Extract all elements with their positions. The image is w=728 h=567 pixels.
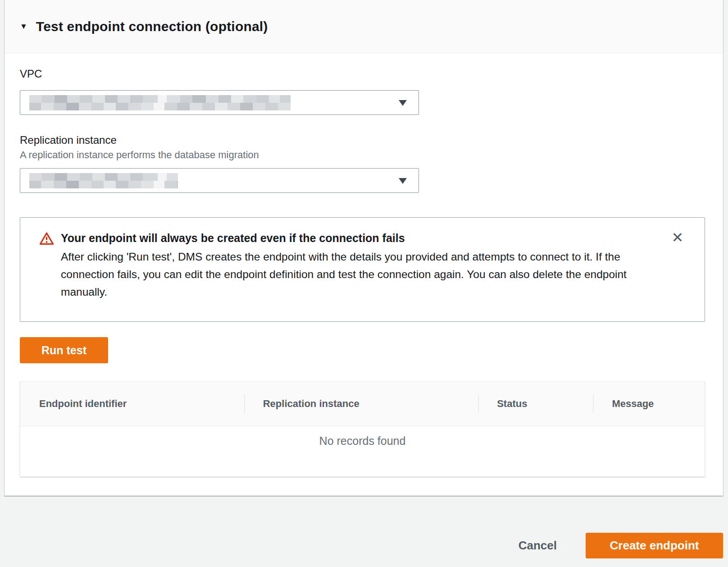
vpc-select[interactable] bbox=[20, 90, 419, 115]
replication-instance-select[interactable] bbox=[20, 168, 419, 193]
run-test-button[interactable]: Run test bbox=[20, 337, 108, 363]
warning-title: Your endpoint will always be created eve… bbox=[61, 230, 664, 246]
warning-body-text: After clicking 'Run test', DMS creates t… bbox=[61, 248, 651, 301]
collapse-triangle-icon: ▼ bbox=[20, 23, 27, 30]
section-body: VPC Replication instance A replication i… bbox=[5, 68, 723, 477]
redacted-replication-instance-value bbox=[29, 173, 178, 188]
column-header-replication-instance[interactable]: Replication instance bbox=[244, 398, 478, 410]
vpc-label: VPC bbox=[20, 68, 705, 80]
dropdown-arrow-icon bbox=[399, 178, 407, 184]
warning-triangle-icon bbox=[39, 230, 61, 309]
endpoint-warning-alert: Your endpoint will always be created eve… bbox=[20, 217, 705, 322]
close-icon[interactable]: ✕ bbox=[669, 229, 687, 247]
dropdown-arrow-icon bbox=[399, 100, 407, 106]
column-header-status[interactable]: Status bbox=[478, 398, 593, 410]
column-header-endpoint-identifier[interactable]: Endpoint identifier bbox=[20, 398, 244, 410]
replication-instance-label: Replication instance bbox=[20, 134, 705, 146]
connection-results-table: Endpoint identifier Replication instance… bbox=[20, 381, 705, 477]
table-header-row: Endpoint identifier Replication instance… bbox=[20, 382, 705, 426]
empty-state-message: No records found bbox=[20, 426, 705, 448]
section-header[interactable]: ▼ Test endpoint connection (optional) bbox=[5, 0, 723, 53]
replication-instance-description: A replication instance performs the data… bbox=[20, 149, 705, 161]
cancel-button[interactable]: Cancel bbox=[519, 539, 557, 553]
test-endpoint-connection-section: ▼ Test endpoint connection (optional) VP… bbox=[5, 0, 723, 496]
create-endpoint-button[interactable]: Create endpoint bbox=[586, 533, 723, 558]
redacted-vpc-value bbox=[29, 95, 291, 110]
column-header-message[interactable]: Message bbox=[593, 398, 705, 410]
section-title: Test endpoint connection (optional) bbox=[36, 19, 268, 34]
form-footer-actions: Cancel Create endpoint bbox=[519, 533, 723, 558]
